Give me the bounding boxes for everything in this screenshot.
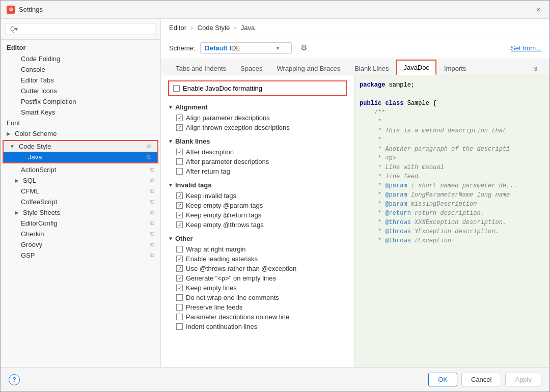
after-desc-label: After description bbox=[186, 148, 234, 156]
search-input[interactable] bbox=[6, 23, 155, 35]
code-line-blank1 bbox=[360, 90, 544, 99]
section-other[interactable]: ▼ Other bbox=[168, 233, 347, 244]
comment-11: * bbox=[360, 201, 385, 208]
set-from-link[interactable]: Set from... bbox=[511, 44, 541, 52]
tag-throws-2: @throws bbox=[385, 228, 410, 235]
tab-more-button[interactable]: ≡3 bbox=[527, 63, 541, 75]
gherkin-copy-icon: ⧉ bbox=[150, 231, 154, 237]
section-blank-lines[interactable]: ▼ Blank lines bbox=[168, 135, 347, 147]
keep-empty-return-label: Keep empty @return tags bbox=[186, 211, 261, 219]
tab-spaces[interactable]: Spaces bbox=[234, 61, 269, 75]
help-button[interactable]: ? bbox=[9, 374, 20, 385]
sql-arrow: ▶ bbox=[15, 178, 19, 183]
keyword-class: class bbox=[385, 100, 403, 107]
align-thrown-checkbox[interactable] bbox=[176, 124, 183, 131]
keep-empty-param-checkbox[interactable] bbox=[176, 202, 183, 209]
no-wrap-one-line-label: Do not wrap one line comments bbox=[186, 294, 279, 301]
tab-imports[interactable]: Imports bbox=[437, 61, 473, 75]
sidebar-item-font[interactable]: Font bbox=[1, 118, 160, 128]
code-style-copy-icon: ⧉ bbox=[147, 143, 151, 150]
footer: ? OK Cancel Apply bbox=[1, 367, 549, 391]
after-return-checkbox[interactable] bbox=[176, 168, 183, 175]
tab-wrapping-and-braces[interactable]: Wrapping and Braces bbox=[270, 61, 347, 75]
comment-2: * bbox=[360, 118, 381, 125]
keep-empty-throws-checkbox[interactable] bbox=[176, 221, 183, 228]
apply-button[interactable]: Apply bbox=[505, 373, 541, 386]
other-body: Wrap at right margin Enable leading aste… bbox=[168, 244, 347, 331]
after-desc-checkbox[interactable] bbox=[176, 149, 183, 155]
keep-invalid-checkbox[interactable] bbox=[176, 192, 183, 199]
throws-exception-checkbox[interactable] bbox=[176, 265, 183, 272]
alignment-label: Alignment bbox=[175, 103, 208, 111]
check-keep-invalid: Keep invalid tags bbox=[176, 191, 347, 201]
sidebar-item-smart-keys[interactable]: Smart Keys bbox=[1, 107, 160, 118]
sidebar-group-color-scheme[interactable]: ▶ Color Scheme bbox=[1, 128, 160, 139]
sidebar-item-gutter-icons[interactable]: Gutter Icons bbox=[1, 86, 160, 96]
code-style-label: Code Style bbox=[19, 143, 51, 150]
sep2: › bbox=[234, 24, 236, 32]
no-wrap-one-line-checkbox[interactable] bbox=[176, 294, 183, 301]
after-param-checkbox[interactable] bbox=[176, 158, 183, 165]
gear-button[interactable]: ⚙ bbox=[297, 41, 310, 54]
sidebar-item-code-folding[interactable]: Code Folding bbox=[1, 53, 160, 64]
tag-return: @return bbox=[385, 210, 410, 217]
close-button[interactable]: × bbox=[533, 5, 543, 15]
sidebar-group-code-style[interactable]: ▼ Code Style ⧉ bbox=[4, 141, 157, 152]
check-param-new-line: Parameter descriptions on new line bbox=[176, 312, 347, 322]
sidebar-item-editor-tabs[interactable]: Editor Tabs bbox=[1, 75, 160, 86]
groovy-copy-icon: ⧉ bbox=[150, 241, 154, 248]
title-bar-left: ⚙ Settings bbox=[7, 6, 43, 14]
color-scheme-label: Color Scheme bbox=[15, 130, 57, 137]
generate-p-checkbox[interactable] bbox=[176, 275, 183, 282]
tab-blank-lines[interactable]: Blank Lines bbox=[348, 61, 395, 75]
cfml-copy-icon: ⧉ bbox=[150, 188, 154, 194]
sidebar-item-actionscript[interactable]: ActionScript ⧉ bbox=[1, 164, 160, 175]
actionscript-copy-icon: ⧉ bbox=[150, 166, 154, 173]
preserve-line-feeds-checkbox[interactable] bbox=[176, 304, 183, 311]
code-line-11: * line feed. bbox=[360, 172, 544, 181]
scheme-selector[interactable]: Default IDE ▾ bbox=[200, 42, 292, 54]
sidebar-item-cfml[interactable]: CFML ⧉ bbox=[1, 186, 160, 197]
tag-param-1: @param bbox=[385, 182, 407, 189]
section-alignment[interactable]: ▼ Alignment bbox=[168, 101, 347, 113]
cancel-button[interactable]: Cancel bbox=[461, 373, 501, 386]
sidebar-item-coffeescript[interactable]: CoffeeScript ⧉ bbox=[1, 197, 160, 207]
code-line-14: * @param missingDescription bbox=[360, 200, 544, 209]
sidebar-item-gsp[interactable]: GSP ⧉ bbox=[1, 250, 160, 261]
section-invalid-tags[interactable]: ▼ Invalid tags bbox=[168, 179, 347, 191]
window-title: Settings bbox=[19, 6, 43, 13]
throws-text-2: YException description. bbox=[411, 228, 499, 235]
tab-tabs-and-indents[interactable]: Tabs and Indents bbox=[169, 61, 233, 75]
sidebar-item-gherkin[interactable]: Gherkin ⧉ bbox=[1, 229, 160, 239]
return-text: return description. bbox=[411, 210, 484, 217]
ok-button[interactable]: OK bbox=[428, 373, 457, 386]
align-param-checkbox[interactable] bbox=[176, 115, 183, 121]
sidebar-item-java[interactable]: Java ⧉ bbox=[4, 152, 157, 162]
enable-javadoc-label: Enable JavaDoc formatting bbox=[183, 85, 262, 92]
sidebar-group-style-sheets[interactable]: ▶ Style Sheets ⧉ bbox=[1, 207, 160, 218]
dropdown-arrow-icon: ▾ bbox=[277, 45, 279, 51]
sql-label: SQL bbox=[23, 177, 36, 184]
enable-javadoc-checkbox[interactable] bbox=[173, 85, 180, 92]
indent-continuation-checkbox[interactable] bbox=[176, 323, 183, 330]
sidebar-group-sql[interactable]: ▶ SQL ⧉ bbox=[1, 175, 160, 186]
tab-javadoc[interactable]: JavaDoc bbox=[396, 60, 436, 75]
sidebar-item-console[interactable]: Console bbox=[1, 64, 160, 75]
sidebar-item-postfix-completion[interactable]: Postfix Completion bbox=[1, 96, 160, 107]
code-line-4: /** bbox=[360, 108, 544, 117]
preserve-line-feeds-label: Preserve line feeds bbox=[186, 303, 242, 311]
sidebar-section-editor: Editor bbox=[1, 42, 160, 53]
sidebar-item-groovy[interactable]: Groovy ⧉ bbox=[1, 239, 160, 250]
throws-text-1: XXXException description. bbox=[411, 219, 506, 226]
comment-8: * line feed. bbox=[360, 173, 422, 180]
keep-empty-lines-checkbox[interactable] bbox=[176, 285, 183, 291]
keep-empty-return-checkbox[interactable] bbox=[176, 212, 183, 218]
sidebar-item-editorconfig[interactable]: EditorConfig ⧉ bbox=[1, 218, 160, 229]
check-generate-p: Generate "<p>" on empty lines bbox=[176, 273, 347, 283]
code-style-arrow: ▼ bbox=[10, 144, 15, 149]
alignment-arrow-icon: ▼ bbox=[168, 104, 173, 110]
leading-asterisks-checkbox[interactable] bbox=[176, 256, 183, 262]
keep-empty-param-label: Keep empty @param tags bbox=[186, 202, 263, 209]
wrap-right-checkbox[interactable] bbox=[176, 246, 183, 253]
param-new-line-checkbox[interactable] bbox=[176, 314, 183, 320]
